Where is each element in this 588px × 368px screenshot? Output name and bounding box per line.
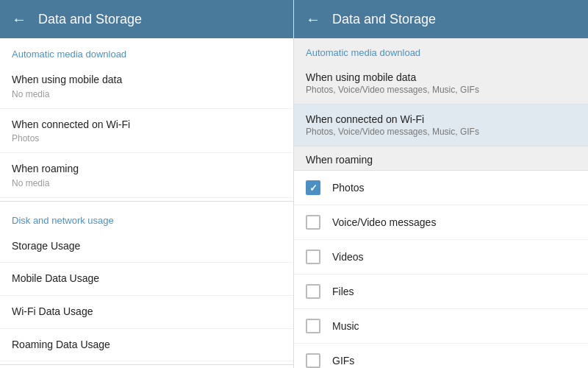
item-title-mobile-data: When using mobile data xyxy=(12,73,282,88)
item-title-storage-usage: Storage Usage xyxy=(12,239,282,254)
overlay-peek-title: When roaming xyxy=(306,154,576,166)
checkbox-videos-box[interactable] xyxy=(306,250,320,264)
item-subtitle-roaming: No media xyxy=(12,178,282,188)
item-title-wifi-data-usage: Wi-Fi Data Usage xyxy=(12,305,282,319)
checkbox-files[interactable]: Files xyxy=(294,275,588,309)
checkbox-list: Photos Voice/Video messages Videos Files… xyxy=(294,171,588,368)
right-panel: ← Data and Storage Automatic media downl… xyxy=(294,0,588,368)
checkbox-photos-box[interactable] xyxy=(306,180,320,195)
left-panel: ← Data and Storage Automatic media downl… xyxy=(0,0,294,368)
overlay-item-mobile-title: When using mobile data xyxy=(306,71,576,83)
left-back-button[interactable]: ← xyxy=(12,11,26,28)
checkbox-videos[interactable]: Videos xyxy=(294,240,588,275)
left-content: Automatic media download When using mobi… xyxy=(0,38,293,368)
list-item-wifi-data-usage[interactable]: Wi-Fi Data Usage xyxy=(0,296,293,329)
right-title: Data and Storage xyxy=(332,12,436,27)
item-title-wifi: When connected on Wi-Fi xyxy=(12,118,282,132)
item-title-roaming: When roaming xyxy=(12,162,282,177)
checkbox-photos-label: Photos xyxy=(332,182,365,194)
overlay-peek-roaming: When roaming xyxy=(294,146,588,171)
checkbox-photos[interactable]: Photos xyxy=(294,171,588,205)
right-content: Automatic media download When using mobi… xyxy=(294,38,588,368)
list-item-mobile-data[interactable]: When using mobile data No media xyxy=(0,64,293,109)
overlay-section: Automatic media download When using mobi… xyxy=(294,38,588,171)
item-subtitle-mobile-data: No media xyxy=(12,89,282,99)
checkbox-gifs-label: GIFs xyxy=(332,355,354,367)
checkbox-voice-video-label: Voice/Video messages xyxy=(332,216,436,228)
overlay-item-mobile-subtitle: Photos, Voice/Video messages, Music, GIF… xyxy=(306,85,576,95)
item-title-roaming-data-usage: Roaming Data Usage xyxy=(12,338,282,353)
list-item-wifi[interactable]: When connected on Wi-Fi Photos xyxy=(0,109,293,154)
overlay-item-wifi-title: When connected on Wi-Fi xyxy=(306,113,576,125)
list-item-roaming[interactable]: When roaming No media xyxy=(0,153,293,198)
list-item-storage-usage[interactable]: Storage Usage xyxy=(0,230,293,263)
overlay-label: Automatic media download xyxy=(294,38,588,63)
right-back-button[interactable]: ← xyxy=(306,11,320,28)
checkbox-music-box[interactable] xyxy=(306,319,320,333)
list-item-mobile-data-usage[interactable]: Mobile Data Usage xyxy=(0,263,293,296)
left-title: Data and Storage xyxy=(38,12,142,27)
item-title-mobile-data-usage: Mobile Data Usage xyxy=(12,272,282,286)
section-label-disk-network: Disk and network usage xyxy=(0,205,293,230)
checkbox-files-label: Files xyxy=(332,286,354,297)
section-label-auto-media: Automatic media download xyxy=(0,38,293,64)
checkbox-gifs[interactable]: GIFs xyxy=(294,344,588,368)
checkbox-voice-video[interactable]: Voice/Video messages xyxy=(294,205,588,240)
checkbox-music[interactable]: Music xyxy=(294,309,588,344)
right-header: ← Data and Storage xyxy=(294,0,588,38)
checkbox-files-box[interactable] xyxy=(306,284,320,299)
overlay-item-mobile[interactable]: When using mobile data Photos, Voice/Vid… xyxy=(294,63,588,105)
overlay-item-wifi[interactable]: When connected on Wi-Fi Photos, Voice/Vi… xyxy=(294,105,588,146)
checkbox-videos-label: Videos xyxy=(332,251,364,263)
checkbox-music-label: Music xyxy=(332,320,359,332)
item-subtitle-wifi: Photos xyxy=(12,133,282,144)
list-item-roaming-data-usage[interactable]: Roaming Data Usage xyxy=(0,329,293,362)
left-header: ← Data and Storage xyxy=(0,0,293,38)
checkbox-gifs-box[interactable] xyxy=(306,353,320,368)
overlay-item-wifi-subtitle: Photos, Voice/Video messages, Music, GIF… xyxy=(306,127,576,137)
checkbox-voice-video-box[interactable] xyxy=(306,215,320,230)
